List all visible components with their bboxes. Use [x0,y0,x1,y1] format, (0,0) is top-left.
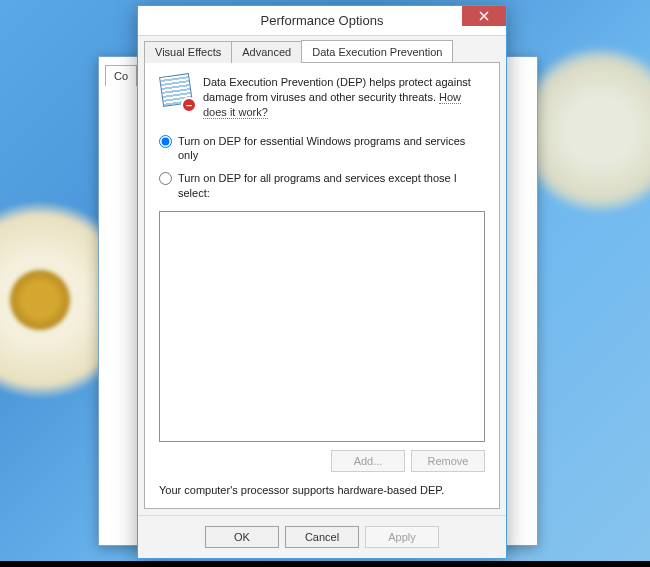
dep-intro-text: Data Execution Prevention (DEP) helps pr… [203,75,485,120]
dep-radio-essential[interactable] [159,135,172,148]
dep-icon: – [159,75,193,109]
dep-status-text: Your computer's processor supports hardw… [159,484,485,496]
dep-block-badge-icon: – [181,97,197,113]
close-button[interactable] [462,6,506,26]
wallpaper-flower-right [520,50,650,210]
apply-button: Apply [365,526,439,548]
tab-visual-effects[interactable]: Visual Effects [144,41,232,63]
ok-button[interactable]: OK [205,526,279,548]
cancel-button[interactable]: Cancel [285,526,359,548]
dep-radio-essential-label[interactable]: Turn on DEP for essential Windows progra… [178,134,485,164]
titlebar: Performance Options [138,6,506,36]
dep-radio-essential-row: Turn on DEP for essential Windows progra… [159,134,485,164]
performance-options-dialog: Performance Options Visual Effects Advan… [137,5,507,559]
tab-panel-dep: – Data Execution Prevention (DEP) helps … [144,62,500,509]
dep-intro-row: – Data Execution Prevention (DEP) helps … [159,75,485,120]
dialog-button-bar: OK Cancel Apply [138,515,506,558]
dep-exception-list[interactable] [159,211,485,442]
tab-data-execution-prevention[interactable]: Data Execution Prevention [301,40,453,62]
remove-button: Remove [411,450,485,472]
dep-radio-all[interactable] [159,172,172,185]
window-title: Performance Options [138,13,506,28]
background-window-tab: Co [105,65,137,86]
dep-intro-label: Data Execution Prevention (DEP) helps pr… [203,76,471,103]
dep-list-buttons: Add... Remove [159,450,485,472]
dep-radio-all-label[interactable]: Turn on DEP for all programs and service… [178,171,485,201]
tab-row: Visual Effects Advanced Data Execution P… [138,36,506,62]
add-button: Add... [331,450,405,472]
dep-radio-all-row: Turn on DEP for all programs and service… [159,171,485,201]
screenshot-border [0,561,650,567]
tab-advanced[interactable]: Advanced [231,41,302,63]
close-icon [479,11,489,21]
